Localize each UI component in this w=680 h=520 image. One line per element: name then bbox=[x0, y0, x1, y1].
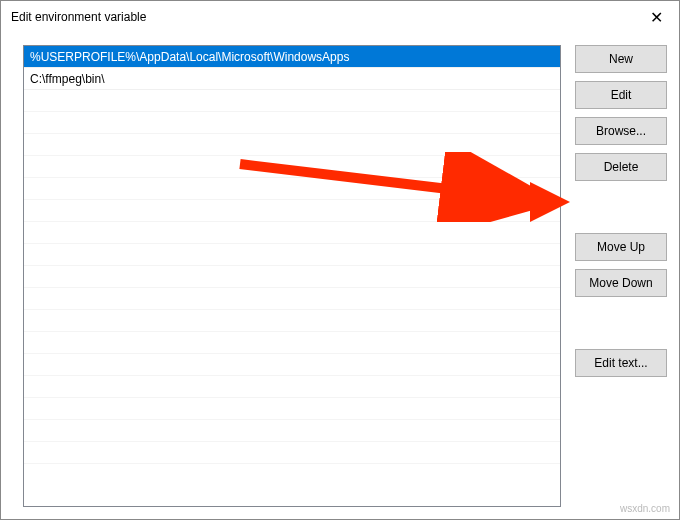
titlebar: Edit environment variable ✕ bbox=[1, 1, 679, 33]
edit-text-button[interactable]: Edit text... bbox=[575, 349, 667, 377]
list-item-empty[interactable] bbox=[24, 420, 560, 442]
browse-button[interactable]: Browse... bbox=[575, 117, 667, 145]
list-item-empty[interactable] bbox=[24, 266, 560, 288]
button-spacer bbox=[575, 305, 667, 341]
edit-button[interactable]: Edit bbox=[575, 81, 667, 109]
edit-env-var-dialog: Edit environment variable ✕ %USERPROFILE… bbox=[0, 0, 680, 520]
list-item-empty[interactable] bbox=[24, 398, 560, 420]
new-button[interactable]: New bbox=[575, 45, 667, 73]
list-item-empty[interactable] bbox=[24, 222, 560, 244]
move-down-button[interactable]: Move Down bbox=[575, 269, 667, 297]
button-spacer bbox=[575, 189, 667, 225]
move-up-button[interactable]: Move Up bbox=[575, 233, 667, 261]
button-column: New Edit Browse... Delete Move Up Move D… bbox=[575, 45, 667, 507]
list-item-empty[interactable] bbox=[24, 156, 560, 178]
watermark: wsxdn.com bbox=[620, 503, 670, 514]
dialog-content: %USERPROFILE%\AppData\Local\Microsoft\Wi… bbox=[1, 33, 679, 519]
list-item-empty[interactable] bbox=[24, 376, 560, 398]
list-item[interactable]: C:\ffmpeg\bin\ bbox=[24, 68, 560, 90]
list-item-empty[interactable] bbox=[24, 332, 560, 354]
list-item[interactable]: %USERPROFILE%\AppData\Local\Microsoft\Wi… bbox=[24, 46, 560, 68]
list-item-empty[interactable] bbox=[24, 354, 560, 376]
list-item-empty[interactable] bbox=[24, 178, 560, 200]
list-item-empty[interactable] bbox=[24, 90, 560, 112]
list-item-empty[interactable] bbox=[24, 442, 560, 464]
close-icon: ✕ bbox=[650, 8, 663, 27]
delete-button[interactable]: Delete bbox=[575, 153, 667, 181]
list-item-empty[interactable] bbox=[24, 134, 560, 156]
list-item-empty[interactable] bbox=[24, 200, 560, 222]
list-item-empty[interactable] bbox=[24, 310, 560, 332]
window-title: Edit environment variable bbox=[11, 10, 146, 24]
close-button[interactable]: ✕ bbox=[633, 1, 679, 33]
path-listbox[interactable]: %USERPROFILE%\AppData\Local\Microsoft\Wi… bbox=[23, 45, 561, 507]
list-item-empty[interactable] bbox=[24, 288, 560, 310]
list-item-empty[interactable] bbox=[24, 112, 560, 134]
list-item-empty[interactable] bbox=[24, 244, 560, 266]
